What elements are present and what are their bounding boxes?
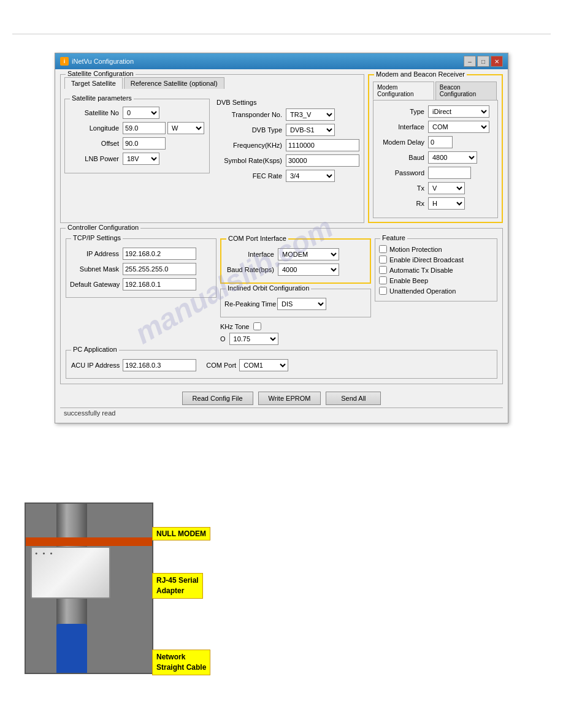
modem-beacon-section: Modem and Beacon Receiver Modem Configur… (368, 74, 503, 223)
maximize-button[interactable]: □ (477, 56, 489, 67)
ip-address-label: IP Address (70, 250, 119, 257)
longitude-input[interactable] (123, 122, 166, 134)
satellite-no-select[interactable]: 0 (123, 107, 159, 119)
modem-password-row: Password (378, 167, 492, 179)
satellite-tabs: Target Satellite Reference Satellite (op… (64, 77, 360, 89)
default-gateway-label: Default Gateway (70, 281, 119, 288)
app-window: i iNetVu Configuration – □ ✕ Satellite C… (55, 53, 508, 423)
modem-baud-select[interactable]: 4800 (428, 151, 477, 164)
satellite-no-row: Satellite No 0 (70, 107, 204, 119)
modem-section-title: Modem and Beacon Receiver (374, 70, 467, 78)
ip-address-input[interactable] (123, 248, 196, 260)
feature-section: Feature Motion Protection Enable iDirect… (375, 238, 497, 345)
tab-beacon-config[interactable]: Beacon Configuration (435, 82, 497, 100)
transponder-select[interactable]: TR3_V (286, 108, 335, 121)
re-peaking-select[interactable]: DIS (277, 298, 326, 310)
network-cable-annotation: NetworkStraight Cable (152, 650, 210, 675)
fec-rate-row: FEC Rate 3/4 (215, 170, 360, 182)
button-row: Read Config File Write EPROM Send All (60, 389, 503, 408)
fec-rate-select[interactable]: 3/4 (286, 170, 335, 182)
title-bar-left: i iNetVu Configuration (60, 57, 134, 66)
satellite-config-section: Satellite Configuration Target Satellite… (60, 74, 364, 223)
modem-type-label: Type (378, 108, 424, 115)
modem-baud-row: Baud 4800 (378, 151, 492, 164)
default-gateway-input[interactable] (123, 278, 196, 290)
transponder-row: Transponder No. TR3_V (215, 108, 360, 121)
lnb-power-label: LNB Power (70, 155, 119, 162)
close-button[interactable]: ✕ (491, 56, 503, 67)
lo-label: O (220, 335, 226, 343)
acu-ip-label: ACU IP Address (71, 362, 120, 369)
tab-modem-config[interactable]: Modem Configuration (373, 82, 434, 100)
dvb-type-select[interactable]: DVB-S1 (286, 124, 335, 136)
modem-rx-select[interactable]: H (428, 197, 465, 210)
satellite-params-content: Satellite No 0 Longitude (65, 99, 209, 173)
feature-title: Feature (380, 234, 407, 241)
modem-interface-select[interactable]: COM (428, 121, 489, 133)
tab-reference-satellite[interactable]: Reference Satellite (optional) (124, 77, 224, 89)
frequency-row: Frequency(KHz) (215, 139, 360, 151)
modem-rx-row: Rx H (378, 197, 492, 210)
write-eprom-button[interactable]: Write EPROM (258, 392, 321, 405)
read-config-button[interactable]: Read Config File (182, 392, 253, 405)
lo-select[interactable]: 10.75 (229, 333, 278, 345)
modem-tx-label: Tx (378, 184, 424, 192)
symbol-rate-label: Symbol Rate(Ksps) (215, 157, 282, 164)
tcp-title: TCP/IP Settings (71, 234, 123, 241)
enable-beep-label: Enable Beep (389, 277, 428, 284)
window-title: iNetVu Configuration (72, 58, 134, 65)
modem-password-input[interactable] (428, 167, 471, 179)
acu-ip-input[interactable] (123, 359, 196, 371)
modem-type-select[interactable]: iDirect (428, 105, 489, 118)
checkbox-enable-beep: Enable Beep (379, 276, 493, 284)
modem-rx-label: Rx (378, 200, 424, 207)
subnet-mask-label: Subnet Mask (70, 265, 119, 273)
top-divider (12, 34, 551, 34)
app-icon: i (60, 57, 69, 66)
baud-rate-select[interactable]: 4000 (278, 264, 339, 276)
controller-config-content: TCP/IP Settings IP Address Subnet Mask (61, 231, 502, 384)
subnet-mask-row: Subnet Mask (70, 263, 212, 275)
dvb-type-row: DVB Type DVB-S1 (215, 124, 360, 136)
satellite-no-label: Satellite No (70, 109, 119, 116)
com-interface-select[interactable]: MODEM (278, 248, 339, 260)
satellite-params-group: Satellite parameters Satellite No 0 (64, 99, 210, 173)
modem-tab-content: Type iDirect Interface COM (373, 100, 498, 218)
checkbox-idirect-broadcast: Enable iDirect Broadcast (379, 256, 493, 264)
modem-tx-select[interactable]: V (428, 182, 465, 194)
com-interface-label: Interface (225, 251, 274, 258)
orange-stripe (26, 537, 152, 546)
photo-area: ● ● ● (25, 502, 153, 674)
baud-rate-row: Baud Rate(bps) 4000 (225, 264, 366, 276)
auto-tx-disable-checkbox[interactable] (379, 266, 387, 274)
modem-delay-label: Modem Delay (378, 138, 424, 146)
subnet-mask-input[interactable] (123, 263, 196, 275)
modem-delay-input[interactable] (428, 136, 453, 148)
symbol-rate-input[interactable] (286, 154, 359, 167)
minimize-button[interactable]: – (464, 56, 476, 67)
dvb-settings-title: DVB Settings (215, 99, 360, 106)
controller-config-title: Controller Configuration (66, 224, 140, 231)
modem-password-label: Password (378, 169, 424, 176)
longitude-dir-select[interactable]: W (167, 122, 204, 134)
modem-type-row: Type iDirect (378, 105, 492, 118)
modem-content: Modem Configuration Beacon Configuration… (369, 75, 502, 222)
checkbox-unattended-operation: Unattended Operation (379, 287, 493, 295)
motion-protection-checkbox[interactable] (379, 245, 387, 253)
offset-row: Offset (70, 137, 204, 150)
khz-tone-checkbox[interactable] (253, 322, 261, 330)
satellite-params: Satellite parameters Satellite No 0 (64, 99, 210, 185)
lnb-power-select[interactable]: 18V (123, 153, 159, 165)
cable-simulation: ● ● ● (26, 504, 152, 673)
idirect-broadcast-checkbox[interactable] (379, 256, 387, 264)
inclined-orbit-title: Inclined Orbit Configuration (226, 284, 311, 292)
enable-beep-checkbox[interactable] (379, 276, 387, 284)
frequency-input[interactable] (286, 139, 359, 151)
com-port-select[interactable]: COM1 (239, 359, 288, 371)
offset-input[interactable] (123, 137, 166, 150)
send-all-button[interactable]: Send All (326, 392, 381, 405)
unattended-operation-checkbox[interactable] (379, 287, 387, 295)
tab-target-satellite[interactable]: Target Satellite (64, 77, 123, 89)
acu-ip-row: ACU IP Address (71, 359, 196, 371)
satellite-config-title: Satellite Configuration (66, 70, 136, 77)
